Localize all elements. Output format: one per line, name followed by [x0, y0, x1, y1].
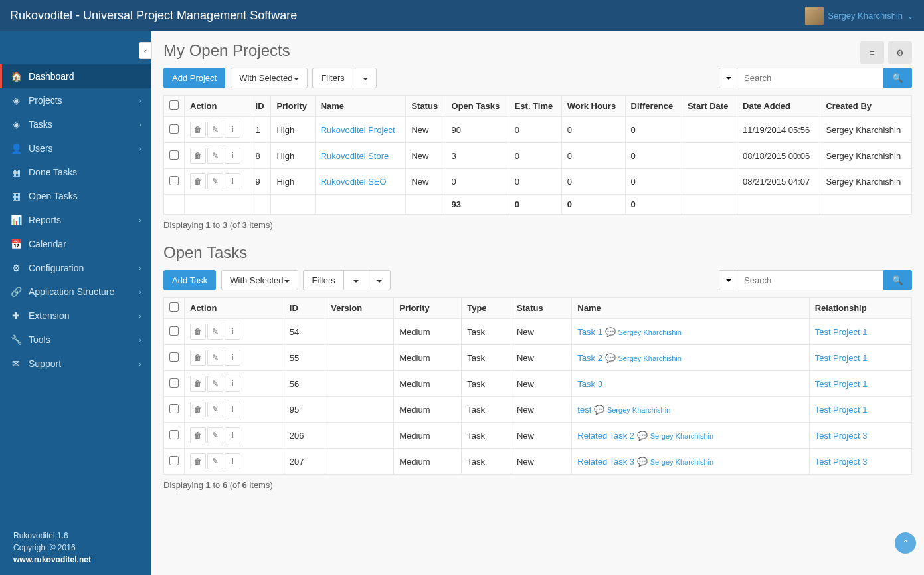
relationship-link[interactable]: Test Project 1: [815, 353, 868, 363]
row-checkbox[interactable]: [169, 176, 179, 185]
nav-icon: ▦: [10, 167, 22, 177]
delete-icon[interactable]: 🗑: [190, 402, 206, 417]
add-project-button[interactable]: Add Project: [163, 68, 225, 88]
select-all-checkbox[interactable]: [169, 302, 179, 312]
edit-icon[interactable]: ✎: [207, 148, 223, 164]
info-icon[interactable]: i: [225, 148, 240, 164]
tasks-search-button[interactable]: 🔍: [883, 270, 912, 290]
tasks-filters-button[interactable]: Filters: [303, 270, 343, 290]
task-link[interactable]: Task 1: [577, 327, 602, 337]
tasks-filters-caret[interactable]: [343, 270, 367, 290]
info-icon[interactable]: i: [225, 453, 240, 469]
row-checkbox[interactable]: [169, 352, 179, 362]
nav-label: Dashboard: [29, 71, 74, 82]
sidebar-footer: Rukovoditel 1.6 Copyright © 2016 www.ruk…: [0, 520, 151, 575]
edit-icon[interactable]: ✎: [207, 427, 223, 443]
delete-icon[interactable]: 🗑: [190, 350, 206, 366]
tasks-search-options[interactable]: [719, 270, 737, 290]
menu-button[interactable]: ≡: [860, 41, 884, 64]
sidebar-item-users[interactable]: 👤Users›: [0, 136, 151, 160]
sidebar-item-projects[interactable]: ◈Projects›: [0, 88, 151, 112]
chevron-right-icon: ›: [139, 288, 141, 296]
delete-icon[interactable]: 🗑: [190, 453, 206, 469]
tasks-search-input[interactable]: [737, 270, 883, 290]
select-all-checkbox[interactable]: [169, 100, 179, 110]
tasks-with-selected-button[interactable]: With Selected: [221, 270, 298, 290]
row-checkbox[interactable]: [169, 326, 179, 336]
filters-caret[interactable]: [353, 68, 377, 88]
edit-icon[interactable]: ✎: [207, 376, 223, 392]
table-row: 🗑 ✎ i 207 Medium Task New Related Task 3…: [164, 449, 912, 475]
edit-icon[interactable]: ✎: [207, 453, 223, 469]
table-row: 🗑 ✎ i 8 High Rukovoditel Store New 3 0 0…: [164, 143, 912, 169]
task-link[interactable]: Task 2: [577, 353, 602, 363]
project-link[interactable]: Rukovoditel Store: [321, 151, 389, 161]
filters-button[interactable]: Filters: [312, 68, 353, 88]
sidebar-item-open-tasks[interactable]: ▦Open Tasks: [0, 184, 151, 208]
sidebar-item-tasks[interactable]: ◈Tasks›: [0, 112, 151, 136]
footer-copyright: Copyright © 2016 www.rukovoditel.net: [13, 542, 138, 566]
edit-icon[interactable]: ✎: [207, 324, 223, 340]
col-open-tasks: Open Tasks: [446, 96, 509, 117]
relationship-link[interactable]: Test Project 3: [815, 457, 868, 467]
row-checkbox[interactable]: [169, 456, 179, 465]
task-link[interactable]: Task 3: [577, 379, 602, 389]
sidebar-item-application-structure[interactable]: 🔗Application Structure›: [0, 280, 151, 304]
sidebar-toggle[interactable]: ‹: [139, 42, 152, 59]
row-checkbox[interactable]: [169, 378, 179, 388]
row-checkbox[interactable]: [169, 430, 179, 439]
search-options[interactable]: [719, 68, 737, 88]
projects-pager: Displaying 1 to 3 (of 3 items): [163, 220, 912, 230]
user-menu[interactable]: Sergey Kharchishin ⌄: [805, 7, 914, 25]
info-icon[interactable]: i: [225, 427, 240, 443]
sidebar-item-tools[interactable]: 🔧Tools›: [0, 328, 151, 352]
with-selected-button[interactable]: With Selected: [231, 68, 308, 88]
row-checkbox[interactable]: [169, 404, 179, 413]
task-link[interactable]: test: [577, 405, 591, 415]
info-icon[interactable]: i: [225, 402, 240, 417]
row-checkbox[interactable]: [169, 124, 179, 134]
delete-icon[interactable]: 🗑: [190, 148, 206, 164]
info-icon[interactable]: i: [225, 122, 240, 138]
info-icon[interactable]: i: [225, 376, 240, 392]
project-link[interactable]: Rukovoditel SEO: [321, 177, 387, 187]
chevron-right-icon: ›: [139, 312, 141, 320]
delete-icon[interactable]: 🗑: [190, 324, 206, 340]
add-task-button[interactable]: Add Task: [163, 270, 216, 290]
totals-row: 93 0 0 0: [164, 195, 912, 215]
sidebar-item-calendar[interactable]: 📅Calendar: [0, 232, 151, 256]
task-link[interactable]: Related Task 3: [577, 457, 634, 467]
delete-icon[interactable]: 🗑: [190, 376, 206, 392]
info-icon[interactable]: i: [225, 324, 240, 340]
sidebar-item-extension[interactable]: ✚Extension›: [0, 304, 151, 328]
footer-link[interactable]: www.rukovoditel.net: [13, 555, 91, 564]
sidebar-item-support[interactable]: ✉Support›: [0, 352, 151, 376]
edit-icon[interactable]: ✎: [207, 173, 223, 189]
info-icon[interactable]: i: [225, 173, 240, 189]
relationship-link[interactable]: Test Project 3: [815, 431, 868, 441]
sidebar-item-dashboard[interactable]: 🏠Dashboard: [0, 64, 151, 88]
tasks-filters-extra[interactable]: [367, 270, 391, 290]
relationship-link[interactable]: Test Project 1: [815, 327, 868, 337]
scroll-top-button[interactable]: ⌃: [895, 532, 916, 554]
delete-icon[interactable]: 🗑: [190, 173, 206, 189]
project-link[interactable]: Rukovoditel Project: [321, 125, 395, 135]
edit-icon[interactable]: ✎: [207, 122, 223, 138]
relationship-link[interactable]: Test Project 1: [815, 405, 868, 415]
info-icon[interactable]: i: [225, 350, 240, 366]
projects-search-input[interactable]: [737, 68, 883, 88]
sidebar-item-done-tasks[interactable]: ▦Done Tasks: [0, 160, 151, 184]
sidebar-item-reports[interactable]: 📊Reports›: [0, 208, 151, 232]
projects-search-button[interactable]: 🔍: [883, 68, 912, 88]
nav-label: Support: [29, 358, 61, 369]
row-checkbox[interactable]: [169, 150, 179, 160]
edit-icon[interactable]: ✎: [207, 402, 223, 417]
edit-icon[interactable]: ✎: [207, 350, 223, 366]
delete-icon[interactable]: 🗑: [190, 122, 206, 138]
delete-icon[interactable]: 🗑: [190, 427, 206, 443]
settings-button[interactable]: ⚙: [888, 41, 912, 64]
chevron-right-icon: ›: [139, 264, 141, 272]
relationship-link[interactable]: Test Project 1: [815, 379, 868, 389]
sidebar-item-configuration[interactable]: ⚙Configuration›: [0, 256, 151, 280]
task-link[interactable]: Related Task 2: [577, 431, 634, 441]
